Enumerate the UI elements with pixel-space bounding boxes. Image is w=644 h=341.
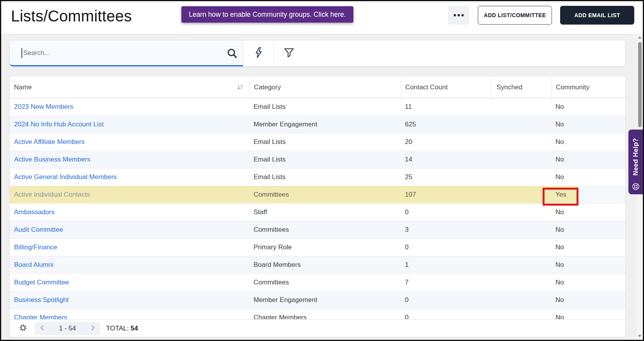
cell-contact_count: 25 xyxy=(401,173,491,181)
add-email-list-button[interactable]: ADD EMAIL LIST xyxy=(560,6,634,25)
cell-name: Budget Committee xyxy=(10,279,250,286)
cell-category: Chapter Members xyxy=(250,314,401,319)
filter-icon xyxy=(283,47,295,60)
cell-category: Committees xyxy=(250,226,401,234)
cell-contact_count: 0 xyxy=(401,243,491,251)
more-options-button[interactable] xyxy=(448,6,469,25)
list-name-link[interactable]: Chapter Members xyxy=(14,314,67,319)
cell-name: Audit Committee xyxy=(10,226,250,234)
cell-name: Active General Individual Members xyxy=(10,173,250,181)
list-name-link[interactable]: Active General Individual Members xyxy=(14,173,117,181)
lists-committees-page: Lists/Committees Learn how to enable Com… xyxy=(0,0,644,341)
total-value: 54 xyxy=(131,325,138,332)
table-header: Name Category Contact Count Synched Comm… xyxy=(10,76,625,98)
cell-category: Email Lists xyxy=(250,156,401,163)
column-header-community[interactable]: Community xyxy=(551,76,625,98)
cell-name: 2023 New Members xyxy=(10,103,250,111)
page-range: 1 - 54 xyxy=(59,325,76,332)
lists-table: Name Category Contact Count Synched Comm… xyxy=(10,76,625,337)
list-name-link[interactable]: 2024 No Info Hub Account List xyxy=(14,121,104,128)
search-toolbar xyxy=(10,41,625,66)
ellipsis-icon xyxy=(454,14,456,16)
list-name-link[interactable]: Billing/Finance xyxy=(14,243,57,251)
cell-community: No xyxy=(551,296,625,304)
gear-icon xyxy=(19,323,27,334)
cell-category: Primary Role xyxy=(250,243,401,251)
previous-page-button[interactable] xyxy=(40,325,44,332)
cell-contact_count: 7 xyxy=(401,279,491,286)
add-list-committee-button[interactable]: ADD LIST/COMMITTEE xyxy=(478,6,552,25)
community-groups-banner[interactable]: Learn how to enable Community groups. Cl… xyxy=(181,6,353,23)
list-name-link[interactable]: Budget Committee xyxy=(14,279,69,286)
list-name-link[interactable]: Ambassadors xyxy=(14,208,55,216)
search-box[interactable] xyxy=(10,41,243,66)
column-header-synched[interactable]: Synched xyxy=(491,76,551,98)
table-row: Active Affiliate MembersEmail Lists20No xyxy=(10,133,625,151)
search-icon[interactable] xyxy=(226,48,238,61)
ellipsis-icon xyxy=(461,14,464,16)
cell-contact_count: 0 xyxy=(401,208,491,216)
cell-contact_count: 3 xyxy=(401,226,491,234)
sort-icon[interactable] xyxy=(236,83,244,93)
cell-contact_count: 0 xyxy=(401,314,491,319)
table-body: 2023 New MembersEmail Lists11No2024 No I… xyxy=(10,98,625,319)
cell-contact_count: 0 xyxy=(401,296,491,304)
page-header: Lists/Committees Learn how to enable Com… xyxy=(1,1,643,34)
filter-button[interactable] xyxy=(274,41,304,66)
cell-community: No xyxy=(551,314,625,319)
cell-category: Board Members xyxy=(250,261,401,269)
table-row: Billing/FinancePrimary Role0No xyxy=(10,239,625,256)
list-name-link[interactable]: Audit Committee xyxy=(14,226,63,233)
cell-name: Board Alumni xyxy=(10,261,250,269)
cell-name: Active Affiliate Members xyxy=(10,138,250,146)
table-row: AmbassadorsStaff0No xyxy=(10,204,625,221)
list-name-link[interactable]: Active Individual Contacts xyxy=(14,191,90,198)
cell-contact_count: 107 xyxy=(401,191,491,199)
lightning-icon xyxy=(253,46,264,60)
column-header-category[interactable]: Category xyxy=(250,76,401,98)
cell-name: Chapter Members xyxy=(10,314,250,319)
table-row: 2024 No Info Hub Account ListMember Enga… xyxy=(10,116,625,133)
table-settings-button[interactable] xyxy=(19,323,27,334)
cell-contact_count: 1 xyxy=(401,261,491,269)
cell-community: No xyxy=(551,279,625,286)
cell-contact_count: 11 xyxy=(401,103,491,111)
next-page-button[interactable] xyxy=(91,325,95,332)
cell-name: Billing/Finance xyxy=(10,243,250,251)
cell-community: No xyxy=(551,208,625,216)
cell-contact_count: 625 xyxy=(401,121,491,128)
chevron-left-icon xyxy=(40,325,44,332)
table-row: Active Business MembersEmail Lists14No xyxy=(10,151,625,169)
table-row: Chapter MembersChapter Members0No xyxy=(10,309,625,319)
list-name-link[interactable]: Board Alumni xyxy=(14,261,53,268)
list-name-link[interactable]: 2023 New Members xyxy=(14,103,73,110)
scrollbar-thumb[interactable] xyxy=(638,42,642,127)
scroll-up-arrow-icon[interactable] xyxy=(638,36,641,39)
table-row: Active Individual ContactsCommittees107Y… xyxy=(10,186,625,204)
column-header-contact-count[interactable]: Contact Count xyxy=(401,76,491,98)
cell-community: No xyxy=(551,173,625,181)
cell-community: No xyxy=(551,226,625,234)
cell-category: Staff xyxy=(250,208,401,216)
table-row: Board AlumniBoard Members1No xyxy=(10,256,625,274)
cell-community: No xyxy=(551,156,625,163)
list-name-link[interactable]: Active Business Members xyxy=(14,156,90,163)
cell-name: Business Spotlight xyxy=(10,296,250,304)
scroll-down-arrow-icon[interactable] xyxy=(638,335,641,337)
life-ring-icon xyxy=(631,182,640,191)
need-help-tab[interactable]: Need Help? xyxy=(628,130,643,194)
cell-name: Ambassadors xyxy=(10,208,250,216)
cell-community: No xyxy=(551,243,625,251)
cell-category: Email Lists xyxy=(250,138,401,146)
chevron-right-icon xyxy=(91,325,95,332)
cell-category: Email Lists xyxy=(250,103,401,111)
column-header-name[interactable]: Name xyxy=(10,76,250,98)
table-row: Audit CommitteeCommittees3No xyxy=(10,221,625,239)
need-help-label: Need Help? xyxy=(632,138,640,176)
quick-search-button[interactable] xyxy=(243,41,273,66)
list-name-link[interactable]: Business Spotlight xyxy=(14,296,69,304)
cell-community: No xyxy=(551,103,625,111)
banner-text: Learn how to enable Community groups. Cl… xyxy=(189,11,346,19)
search-input[interactable] xyxy=(22,49,243,57)
list-name-link[interactable]: Active Affiliate Members xyxy=(14,138,85,146)
